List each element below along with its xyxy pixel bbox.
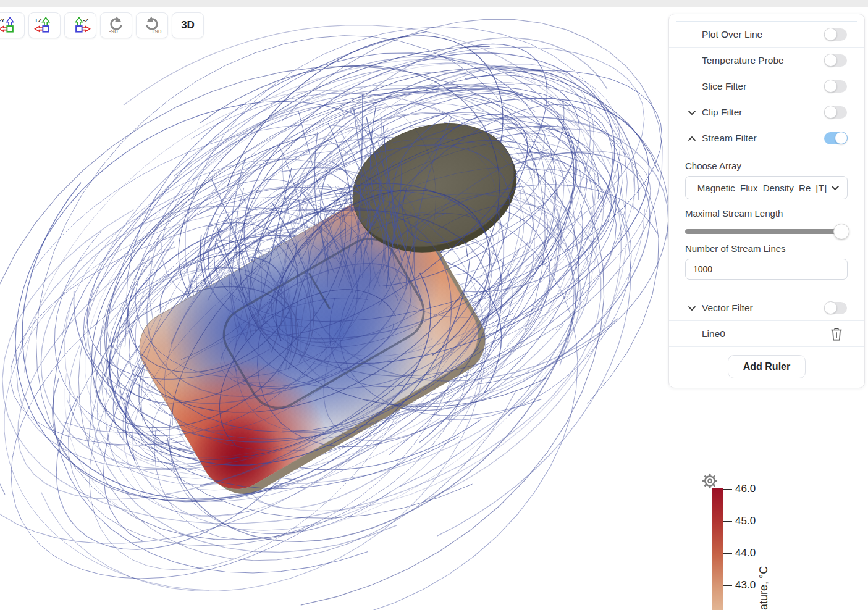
- array-select[interactable]: Magnetic_Flux_Density_Re_[T]: [685, 176, 848, 199]
- chevron-up-icon[interactable]: [688, 135, 696, 141]
- filter-panel: Plot Over Line Temperature Probe Slice F…: [668, 14, 865, 388]
- add-ruler-button[interactable]: Add Ruler: [728, 355, 806, 378]
- temperature-probe-label: Temperature Probe: [702, 55, 824, 66]
- plot-over-line-label: Plot Over Line: [702, 29, 824, 40]
- axis-neg-z-label: -Z: [83, 17, 88, 23]
- row-vector-filter: Vector Filter: [669, 295, 864, 321]
- app-root: { "toolbar": { "buttons": [ {"id": "view…: [0, 0, 868, 610]
- trash-icon[interactable]: [830, 327, 843, 341]
- slider-knob[interactable]: [833, 224, 849, 240]
- plot-over-line-toggle[interactable]: [824, 28, 847, 41]
- axis-neg-y-icon: -Y: [0, 16, 19, 35]
- row-clip-filter: Clip Filter: [669, 99, 864, 125]
- view-neg-z-button[interactable]: -Z: [64, 12, 96, 38]
- max-stream-length-slider[interactable]: [685, 224, 848, 240]
- chevron-down-icon[interactable]: [688, 109, 696, 115]
- vector-filter-toggle[interactable]: [824, 302, 847, 314]
- slider-track[interactable]: [685, 229, 848, 234]
- slice-filter-label: Slice Filter: [702, 81, 824, 92]
- stream-filter-section: Choose Array Magnetic_Flux_Density_Re_[T…: [669, 151, 864, 295]
- gear-icon[interactable]: [702, 473, 718, 489]
- row-temperature-probe: Temperature Probe: [669, 48, 864, 73]
- chevron-down-icon[interactable]: [688, 305, 696, 311]
- chevron-down-icon: [831, 185, 840, 191]
- row-plot-over-line: Plot Over Line: [669, 22, 864, 48]
- top-strip: [0, 0, 868, 7]
- stream-filter-toggle[interactable]: [824, 132, 847, 144]
- num-stream-lines-label: Number of Stream Lines: [685, 243, 848, 254]
- slice-filter-toggle[interactable]: [824, 80, 847, 93]
- axis-neg-z-icon: -Z: [70, 16, 91, 35]
- row-stream-filter: Stream Filter: [669, 125, 864, 151]
- clip-filter-label: Clip Filter: [702, 107, 824, 118]
- row-line0: Line0: [669, 321, 864, 347]
- rotate-cw-icon: +90: [142, 15, 162, 35]
- choose-array-label: Choose Array: [685, 161, 848, 171]
- stream-filter-label: Stream Filter: [702, 133, 824, 144]
- rotate-ccw-icon: -90: [106, 15, 126, 35]
- rotate-ccw-button[interactable]: -90: [100, 12, 132, 38]
- vector-filter-label: Vector Filter: [702, 303, 824, 314]
- line0-label: Line0: [702, 328, 830, 340]
- panel-top-divider: [676, 14, 857, 22]
- rotate-ccw-label: -90: [109, 28, 119, 35]
- temperature-probe-toggle[interactable]: [824, 54, 847, 67]
- clip-filter-toggle[interactable]: [824, 106, 847, 119]
- view-pos-z-button[interactable]: +Z: [28, 12, 61, 38]
- view-3d-button[interactable]: 3D: [172, 12, 204, 38]
- max-stream-length-label: Maximal Stream Length: [685, 208, 848, 219]
- axis-pos-z-icon: +Z: [34, 16, 55, 35]
- view-toolbar: -Y +Z -Z -90: [0, 12, 204, 38]
- axis-pos-z-label: +Z: [35, 17, 42, 23]
- rotate-cw-label: +90: [151, 28, 162, 35]
- ruler-row: Add Ruler: [669, 347, 864, 388]
- row-slice-filter: Slice Filter: [669, 73, 864, 99]
- view-neg-y-button[interactable]: -Y: [0, 12, 25, 38]
- array-select-value: Magnetic_Flux_Density_Re_[T]: [697, 183, 827, 193]
- view-3d-label: 3D: [181, 19, 195, 31]
- axis-neg-y-label: -Y: [0, 17, 5, 23]
- num-stream-lines-input[interactable]: [685, 259, 848, 280]
- rotate-cw-button[interactable]: +90: [136, 12, 168, 38]
